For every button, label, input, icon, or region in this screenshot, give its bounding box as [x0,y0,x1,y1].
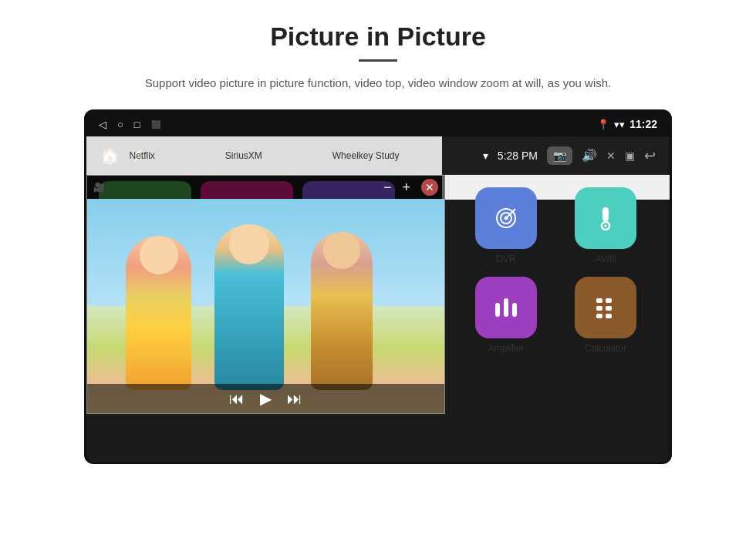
svg-rect-10 [596,298,602,303]
close-icon[interactable]: ✕ [606,150,616,162]
svg-rect-13 [606,306,612,311]
siriusxm-label: SiriusXM [225,150,262,161]
svg-rect-14 [596,314,602,318]
svg-rect-9 [512,303,517,317]
amplifier-label: Amplifier [488,343,525,354]
avin-icon [590,203,621,234]
status-bar-left: ◁ ○ □ ⬛ [99,119,160,130]
camera-button[interactable]: 📷 [547,146,572,165]
pip-plus-button[interactable]: + [402,180,410,196]
device-frame: ◁ ○ □ ⬛ 📍 ▾▾ 11:22 🏠 ⚡ ▾ 5:28 PM 📷 [84,109,672,464]
location-icon: 📍 [597,119,609,130]
bottom-labels: Netflix SiriusXM Wheelkey Study [86,136,442,175]
dvr-app-tile[interactable]: DVR [462,187,551,264]
pip-minus-button[interactable]: − [383,180,392,196]
home-icon[interactable]: ○ [117,119,123,130]
dvr-label: DVR [496,254,515,264]
pip-close-button[interactable]: ✕ [421,179,438,196]
avin-label: AVIN [595,254,616,264]
app-bar-time: 5:28 PM [498,150,538,162]
video-playback-bar: ⏮ ▶ ⏭ [87,384,444,413]
avin-app-tile[interactable]: AVIN [562,187,650,264]
svg-rect-7 [495,303,500,317]
pip-camera-icon: 🎥 [93,182,105,193]
pip-overlay[interactable]: 🎥 − + ✕ [86,175,445,414]
svg-rect-15 [606,314,612,318]
pip-controls: − + ✕ [383,179,438,196]
camera-icon: 📷 [553,150,566,162]
amplifier-icon [491,292,521,323]
netflix-label: Netflix [129,150,154,161]
wheelkey-label: Wheelkey Study [332,150,400,161]
svg-rect-11 [606,298,612,303]
svg-rect-12 [596,306,602,311]
netflix-label-item: Netflix [129,150,154,161]
wheelkey-label-item: Wheelkey Study [332,150,400,161]
dvr-icon-box [475,187,537,249]
siriusxm-label-item: SiriusXM [225,150,262,161]
page-subtitle: Support video picture in picture functio… [145,74,611,92]
status-bar-right: 📍 ▾▾ 11:22 [597,118,657,130]
apps-grid: DVR AVIN [442,175,670,200]
svg-point-6 [605,225,607,227]
dvr-icon [491,203,521,234]
apps-row-1: DVR AVIN [451,187,660,264]
pip-close-icon: ✕ [425,181,434,193]
status-time: 11:22 [629,118,657,130]
avin-icon-box [575,187,636,249]
page-wrapper: Picture in Picture Support video picture… [0,0,756,538]
wifi-icon: ▾▾ [614,119,625,130]
calculator-icon-box [575,277,636,338]
apps-row-2: Amplifier [451,277,660,354]
pip-icon[interactable]: ▣ [625,150,635,162]
app-bar-right: ▾ 5:28 PM 📷 🔊 ✕ ▣ ↩ [483,146,656,165]
screenshot-icon[interactable]: ⬛ [151,120,160,129]
svg-rect-4 [602,207,609,221]
status-bar: ◁ ○ □ ⬛ 📍 ▾▾ 11:22 [86,112,670,136]
calculator-icon [590,292,621,323]
back-icon[interactable]: ◁ [99,119,106,130]
video-thumbnail: ⏮ ▶ ⏭ [87,199,444,413]
wifi-bar-icon: ▾ [483,150,488,162]
back-appbar-icon[interactable]: ↩ [644,147,656,164]
next-button[interactable]: ⏭ [287,390,302,408]
pip-header: 🎥 − + ✕ [87,176,444,199]
recent-icon[interactable]: □ [134,119,140,130]
play-button[interactable]: ▶ [260,389,272,408]
title-divider [359,59,397,62]
volume-icon[interactable]: 🔊 [582,148,597,163]
calculator-label: Calculator [585,343,626,354]
svg-rect-8 [504,298,508,317]
amplifier-icon-box [475,277,537,338]
amplifier-app-tile[interactable]: Amplifier [462,277,551,354]
page-title: Picture in Picture [270,22,486,52]
prev-button[interactable]: ⏮ [229,390,245,408]
calculator-app-tile[interactable]: Calculator [562,277,650,354]
